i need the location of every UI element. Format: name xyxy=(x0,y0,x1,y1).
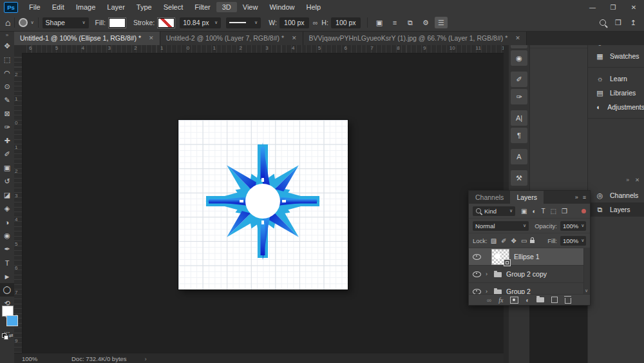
canvas-area[interactable]: 654321012345678910111213 21012345678910 xyxy=(14,45,504,353)
panel-tab[interactable]: Layers xyxy=(510,191,544,204)
menu-item[interactable]: View xyxy=(237,2,264,12)
new-group-icon[interactable] xyxy=(536,297,544,302)
panel-strip-button[interactable]: ⚒ xyxy=(511,170,527,186)
tool-button[interactable]: ✥ xyxy=(0,39,14,53)
layer-row[interactable]: › Group 2 xyxy=(469,283,590,294)
panel-menu-icon[interactable]: ≡ xyxy=(583,194,586,201)
layer-filter-icon[interactable]: ❐ xyxy=(562,208,567,215)
search-icon[interactable] xyxy=(600,19,606,26)
options-button[interactable]: ▣ xyxy=(373,17,386,28)
ellipse-tool-icon[interactable] xyxy=(19,18,28,27)
background-color-swatch[interactable] xyxy=(6,315,18,326)
panel-button[interactable]: ▤ Libraries xyxy=(588,86,644,100)
kind-filter-select[interactable]: Kind ∨ xyxy=(473,206,515,216)
add-mask-icon[interactable] xyxy=(510,297,518,304)
menu-item[interactable]: 3D xyxy=(216,2,237,12)
stroke-style-select[interactable]: ∨ xyxy=(226,17,261,28)
layer-filter-icon[interactable]: ◐ xyxy=(532,208,536,215)
tool-button[interactable]: ✑ xyxy=(0,121,14,134)
chevron-down-icon[interactable]: ∨ xyxy=(30,20,33,25)
tool-button[interactable]: ◉ xyxy=(0,229,14,242)
tool-button[interactable]: ◯ xyxy=(0,283,14,297)
visibility-eye-icon[interactable] xyxy=(473,289,481,295)
tool-button[interactable]: ⬚ xyxy=(0,53,14,66)
menu-item[interactable]: Window xyxy=(263,2,300,12)
panel-strip-button[interactable]: ¶ xyxy=(511,128,527,143)
menu-item[interactable]: Select xyxy=(158,2,189,12)
tool-button[interactable]: ▣ xyxy=(0,161,14,175)
layer-filter-icon[interactable]: ⬚ xyxy=(551,208,556,215)
menu-item[interactable]: Help xyxy=(301,2,327,12)
layer-style-fx-icon[interactable]: fx xyxy=(498,297,503,304)
tool-button[interactable]: ⊠ xyxy=(0,107,14,121)
layer-filter-icon[interactable]: T xyxy=(542,208,545,215)
tool-button[interactable]: T xyxy=(0,256,14,270)
zoom-level-field[interactable]: 100% xyxy=(22,355,57,362)
close-panel-icon[interactable]: ✕ xyxy=(635,177,639,183)
fill-swatch[interactable] xyxy=(109,18,126,28)
close-tab-icon[interactable]: ✕ xyxy=(515,35,520,41)
tool-button[interactable]: ► xyxy=(0,270,14,283)
menu-item[interactable]: Layer xyxy=(101,2,131,12)
link-layers-icon[interactable]: ∞ xyxy=(487,297,491,304)
expand-group-icon[interactable]: › xyxy=(486,271,489,277)
close-button[interactable]: ✕ xyxy=(623,0,644,14)
tool-button[interactable]: ✐ xyxy=(0,148,14,161)
visibility-eye-icon[interactable] xyxy=(473,254,481,260)
expand-group-icon[interactable]: › xyxy=(486,288,489,294)
opacity-field[interactable]: 100% ∨ xyxy=(560,221,586,231)
document-canvas[interactable] xyxy=(178,120,348,289)
filter-toggle-icon[interactable] xyxy=(582,209,586,213)
panel-strip-button[interactable]: ✑ xyxy=(511,89,527,104)
visibility-eye-icon[interactable] xyxy=(473,271,481,277)
menu-item[interactable]: Edit xyxy=(46,2,70,12)
tool-button[interactable]: ◈ xyxy=(0,202,14,215)
menu-item[interactable]: File xyxy=(23,2,46,12)
lock-option-icon[interactable]: ▨ xyxy=(491,237,497,244)
lock-option-icon[interactable]: ✐ xyxy=(501,237,506,244)
document-tab[interactable]: Untitled-2 @ 100% (Layer 7, RGB/8#) * ✕ xyxy=(160,31,303,45)
tool-button[interactable]: ⊙ xyxy=(0,80,14,93)
lock-all-icon[interactable] xyxy=(530,240,535,243)
layer-filter-icon[interactable]: ▣ xyxy=(521,208,527,215)
new-layer-icon[interactable] xyxy=(551,297,558,303)
document-tab[interactable]: BVVjqawvPYHnLGyueoKsrY (1).jpg @ 66.7% (… xyxy=(303,31,527,45)
layers-scrollbar[interactable]: ∨ xyxy=(583,248,590,294)
status-options-icon[interactable]: › xyxy=(145,355,147,362)
collapse-panel-icon[interactable]: » xyxy=(575,194,578,201)
home-icon[interactable]: ⌂ xyxy=(5,17,10,28)
restore-button[interactable]: ❐ xyxy=(603,0,623,14)
tool-button[interactable]: ✎ xyxy=(0,93,14,107)
panel-button[interactable]: ☼ Learn xyxy=(588,72,644,86)
width-field[interactable]: 100 px xyxy=(279,17,309,28)
tool-button[interactable]: ↺ xyxy=(0,175,14,188)
menu-item[interactable]: Image xyxy=(70,2,102,12)
layer-fill-field[interactable]: 100% ∨ xyxy=(560,236,586,246)
options-button[interactable]: ≡ xyxy=(388,17,401,28)
tool-button[interactable]: ◑ xyxy=(0,215,14,229)
tool-button[interactable]: ✒ xyxy=(0,242,14,256)
workspace-icon[interactable]: ❒ xyxy=(615,19,621,27)
stroke-swatch[interactable] xyxy=(158,18,175,28)
scroll-down-icon[interactable]: ∨ xyxy=(585,288,588,293)
lock-option-icon[interactable]: ✥ xyxy=(511,237,516,244)
panel-button[interactable]: ⧉ Layers xyxy=(588,202,644,217)
close-tab-icon[interactable]: ✕ xyxy=(292,35,297,41)
tool-button[interactable]: ✚ xyxy=(0,134,14,148)
panel-button[interactable]: ▦ Swatches xyxy=(588,49,644,63)
tool-button[interactable]: ◪ xyxy=(0,188,14,202)
tool-button[interactable]: ◠ xyxy=(0,66,14,80)
tool-mode-select[interactable]: Shape ∨ xyxy=(43,17,89,28)
share-icon[interactable]: ↥ xyxy=(630,19,636,27)
lock-option-icon[interactable]: ▭ xyxy=(521,237,527,244)
minimize-button[interactable]: — xyxy=(582,0,603,14)
menu-item[interactable]: Filter xyxy=(189,2,216,12)
document-tab[interactable]: Untitled-1 @ 100% (Ellipse 1, RGB/8#) * … xyxy=(14,31,160,45)
panel-strip-button[interactable]: A xyxy=(511,149,527,164)
menu-item[interactable]: Type xyxy=(131,2,158,12)
layer-row[interactable]: › Ellipse 1 xyxy=(469,248,590,266)
close-tab-icon[interactable]: ✕ xyxy=(149,35,154,41)
stroke-width-field[interactable]: 10.84 px ∨ xyxy=(180,17,221,28)
panel-button[interactable]: ◐ Adjustments xyxy=(588,100,644,114)
layer-row[interactable]: › Group 2 copy xyxy=(469,266,590,283)
